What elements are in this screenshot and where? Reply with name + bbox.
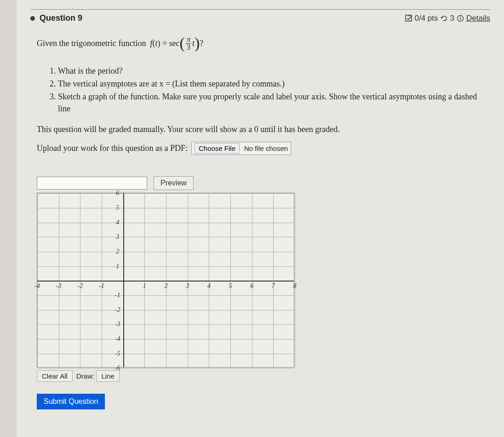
grading-note: This question will be graded manually. Y… <box>37 125 490 134</box>
svg-rect-3 <box>460 18 460 20</box>
y-tick-label: 6 <box>116 190 119 197</box>
grid-line <box>37 193 294 194</box>
attempts-text: 3 <box>450 14 454 23</box>
x-tick-label: 3 <box>186 282 189 290</box>
grid-line <box>102 193 102 367</box>
grid-line <box>37 223 294 223</box>
draw-line-button[interactable]: Line <box>96 370 119 382</box>
y-axis <box>123 193 124 367</box>
list-item: What is the period? <box>58 65 490 77</box>
grid-line <box>144 193 145 367</box>
choose-file-button[interactable]: Choose File <box>195 143 240 154</box>
list-item: Sketch a graph of the function. Make sur… <box>58 91 490 115</box>
grid-line <box>80 193 80 367</box>
x-tick-label: 8 <box>293 282 297 290</box>
file-status: No file chosen <box>244 144 288 152</box>
grid-line <box>230 193 231 367</box>
svg-point-2 <box>460 17 461 17</box>
grid-line <box>37 295 294 296</box>
points-text: 0/4 pts <box>415 14 438 23</box>
prompt-text: Given the trigonometric function f(t) = … <box>37 36 490 51</box>
file-input[interactable]: Choose File No file chosen <box>191 142 291 155</box>
question-list: What is the period? The vertical asympto… <box>58 65 490 115</box>
x-tick-label: -2 <box>77 282 83 290</box>
grid-line <box>37 252 294 252</box>
y-tick-label: -6 <box>115 364 120 372</box>
grid-line <box>37 237 294 237</box>
grid-line <box>37 368 294 368</box>
info-icon <box>457 15 464 22</box>
grid-line <box>37 266 294 267</box>
answer-input[interactable] <box>37 177 147 190</box>
x-tick-label: -4 <box>34 282 40 290</box>
y-tick-label: 3 <box>116 233 119 241</box>
x-tick-label: 2 <box>165 282 168 290</box>
grid-line <box>273 193 274 367</box>
grid-line <box>37 310 294 310</box>
grid-line <box>37 193 38 367</box>
submit-button[interactable]: Submit Question <box>37 394 105 409</box>
x-tick-label: 1 <box>143 282 146 290</box>
x-tick-label: -1 <box>99 282 104 290</box>
details-link[interactable]: Details <box>466 14 490 23</box>
y-tick-label: -4 <box>115 335 120 343</box>
grid-line <box>295 193 295 367</box>
bullet-icon <box>30 16 35 21</box>
list-item: The vertical asymptotes are at x = (List… <box>58 78 490 90</box>
clear-all-button[interactable]: Clear All <box>37 370 73 382</box>
question-label: Question 9 <box>40 13 82 23</box>
x-tick-label: 6 <box>250 282 253 290</box>
x-tick-label: 7 <box>272 282 275 290</box>
grid-line <box>37 354 294 354</box>
x-tick-label: 4 <box>207 282 211 290</box>
y-tick-label: 2 <box>116 248 119 255</box>
x-tick-label: -3 <box>56 282 62 290</box>
y-tick-label: -2 <box>115 306 120 314</box>
upload-row: Upload your work for this question as a … <box>37 142 490 155</box>
y-tick-label: -1 <box>115 292 120 299</box>
grid-line <box>166 193 166 367</box>
y-tick-label: 5 <box>116 204 119 212</box>
x-tick-label: 5 <box>229 282 232 290</box>
retry-icon <box>441 15 448 22</box>
grid-line <box>209 193 209 367</box>
grid-line <box>59 193 59 367</box>
x-axis <box>37 281 294 282</box>
question-header-left: Question 9 <box>30 13 82 23</box>
grid-line <box>252 193 252 367</box>
upload-label: Upload your work for this question as a … <box>37 144 188 153</box>
preview-button[interactable]: Preview <box>154 176 194 190</box>
graph-canvas[interactable]: -4-3-2-112345678-6-5-4-3-2-1123456 <box>37 193 294 368</box>
y-tick-label: -3 <box>115 321 120 328</box>
checkbox-icon <box>405 15 412 22</box>
y-tick-label: -5 <box>115 350 120 357</box>
grid-line <box>188 193 188 367</box>
y-tick-label: 4 <box>116 219 119 226</box>
question-header-right: 0/4 pts 3 Details <box>405 14 490 23</box>
y-tick-label: 1 <box>116 263 119 270</box>
grid-line <box>37 208 294 208</box>
grid-line <box>37 324 294 325</box>
draw-label: Draw: <box>76 372 94 380</box>
grid-line <box>37 339 294 339</box>
